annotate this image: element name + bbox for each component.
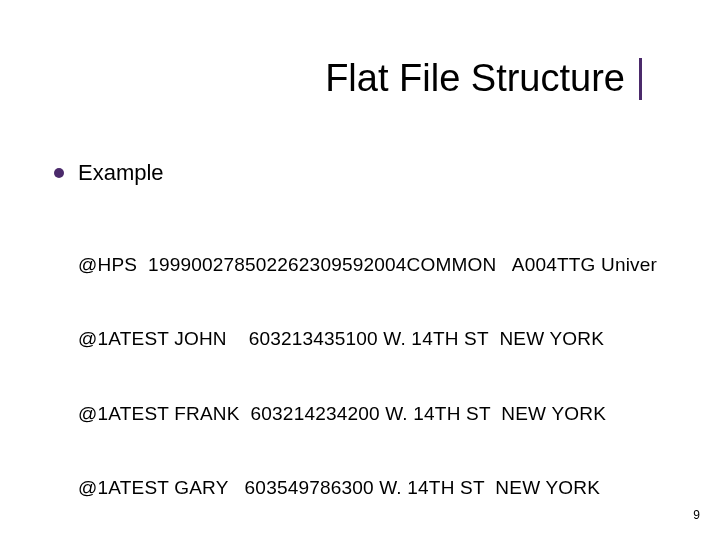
bullet-icon (54, 168, 64, 178)
flat-file-block: @HPS 199900278502262309592004COMMON A004… (78, 204, 660, 540)
page-number: 9 (693, 508, 700, 522)
flat-file-line: @1ATEST GARY 603549786300 W. 14TH ST NEW… (78, 476, 660, 501)
slide-body: Example @HPS 199900278502262309592004COM… (54, 160, 660, 540)
bullet-row: Example (54, 160, 660, 186)
flat-file-line: @1ATEST JOHN 603213435100 W. 14TH ST NEW… (78, 327, 660, 352)
slide-title: Flat File Structure (325, 58, 642, 100)
slide: Flat File Structure Example @HPS 1999002… (0, 0, 720, 540)
flat-file-line: @1ATEST FRANK 603214234200 W. 14TH ST NE… (78, 402, 660, 427)
bullet-label: Example (78, 160, 164, 186)
title-wrap: Flat File Structure (0, 58, 642, 100)
flat-file-line: @HPS 199900278502262309592004COMMON A004… (78, 253, 660, 278)
